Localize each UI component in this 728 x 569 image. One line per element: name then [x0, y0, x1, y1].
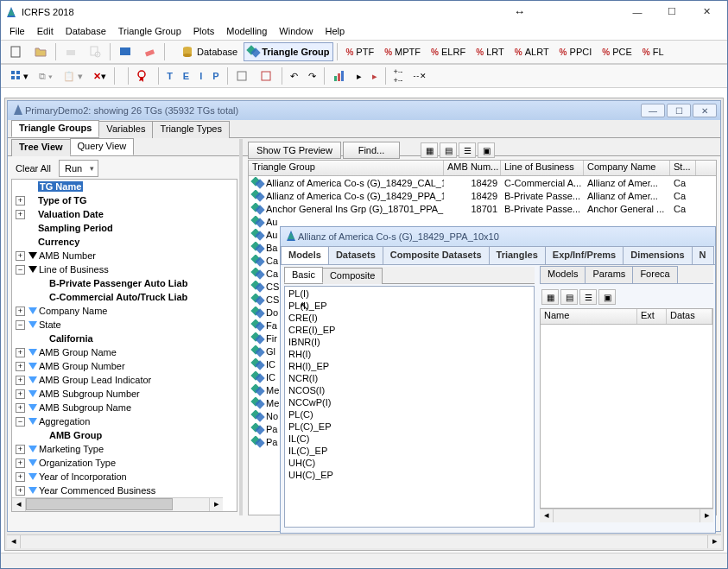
view-tile-icon[interactable]: ▦	[421, 142, 438, 158]
table-row[interactable]: Allianz of America Co-s (G)_18429_CAL_1.…	[249, 176, 716, 189]
expand-icon[interactable]: +	[16, 376, 25, 385]
tb2-pm-icon[interactable]: +·-+·-	[389, 66, 408, 85]
menu-file[interactable]: File	[4, 24, 30, 38]
list-item[interactable]: NCOS(I)	[288, 385, 530, 397]
tb2-i[interactable]: I	[195, 66, 206, 85]
list-item[interactable]: PL(C)	[288, 409, 530, 421]
tree-amb-glead[interactable]: AMB Group Lead Indicator	[39, 375, 151, 385]
collapse-icon[interactable]: −	[16, 417, 25, 427]
tb2-redo-icon[interactable]: ↷	[304, 66, 320, 85]
show-tg-preview-button[interactable]: Show TG Preview	[248, 142, 341, 159]
collapse-icon[interactable]: −	[16, 265, 25, 275]
col-lob[interactable]: Line of Business	[501, 161, 584, 175]
list-item[interactable]: PL(C)_EP	[288, 421, 530, 433]
list-item[interactable]: UH(C)_EP	[288, 470, 530, 482]
mdi-hscroll[interactable]: ◂ ▸	[7, 534, 721, 548]
ptab-dim[interactable]: Dimensions	[623, 246, 692, 264]
tree-val-date[interactable]: Valuation Date	[38, 209, 104, 219]
tb-fl[interactable]: % FL	[638, 42, 668, 61]
tree-state[interactable]: State	[39, 319, 61, 330]
tb2-undo-icon[interactable]: ↶	[286, 66, 302, 85]
tree-yinc[interactable]: Year of Incorporation	[39, 471, 127, 482]
tb-print-icon[interactable]	[60, 42, 82, 61]
tb-alrt[interactable]: % ALRT	[510, 42, 554, 61]
pview-grid-icon[interactable]: ▣	[598, 289, 616, 305]
menu-help[interactable]: Help	[320, 24, 350, 38]
rtab-models[interactable]: Models	[540, 266, 586, 284]
tree-amb-gname[interactable]: AMB Group Name	[39, 347, 117, 357]
pview-list-icon[interactable]: ▤	[560, 289, 578, 305]
tb-pce[interactable]: % PCE	[598, 42, 636, 61]
run-dropdown[interactable]: Run	[59, 160, 98, 177]
tree-type-tg[interactable]: Type of TG	[38, 195, 87, 205]
tb-lrt[interactable]: % LRT	[472, 42, 509, 61]
menu-window[interactable]: Window	[274, 24, 318, 38]
subtab-composite[interactable]: Composite	[322, 268, 383, 284]
model-listbox[interactable]: PL(I)PL(I)_EPCRE(I)CRE(I)_EPIBNR(I)RH(I)…	[284, 286, 535, 528]
tree-tgname[interactable]: TG Name	[38, 181, 83, 192]
tree-mkt[interactable]: Marketing Type	[39, 444, 104, 454]
tb-ptf[interactable]: % PTF	[341, 42, 378, 61]
child-close-button[interactable]: ✕	[693, 104, 717, 117]
tb-new-icon[interactable]	[5, 42, 28, 61]
close-button[interactable]: ✕	[689, 3, 724, 22]
tab-query-view[interactable]: Query View	[70, 138, 135, 155]
list-item[interactable]: CRE(I)	[288, 313, 530, 325]
subtab-basic[interactable]: Basic	[284, 267, 323, 283]
tb2-e[interactable]: E	[179, 66, 193, 85]
list-item[interactable]: CRE(I)_EP	[288, 325, 530, 337]
menu-database[interactable]: Database	[60, 24, 111, 38]
tb-tgroup[interactable]: Triangle Group	[244, 42, 333, 61]
tab-triangle-groups[interactable]: Triangle Groups	[11, 120, 99, 137]
list-item[interactable]: IL(C)_EP	[288, 446, 530, 458]
tree-lob[interactable]: Line of Business	[39, 264, 109, 275]
tb-database[interactable]: Database	[176, 42, 242, 61]
clear-all-button[interactable]: Clear All	[11, 160, 55, 177]
expand-icon[interactable]: +	[16, 389, 25, 399]
tb2-t[interactable]: T	[162, 66, 177, 85]
rcol-datas[interactable]: Datas	[667, 309, 712, 324]
rtab-params[interactable]: Params	[585, 266, 633, 284]
table-row[interactable]: Allianz of America Co-s (G)_18429_PPA_1.…	[249, 189, 716, 202]
rcol-ext[interactable]: Ext	[637, 309, 667, 324]
minimize-button[interactable]: —	[620, 3, 655, 22]
tb-elrf[interactable]: % ELRF	[427, 42, 470, 61]
tree-agg[interactable]: Aggregation	[39, 416, 90, 427]
col-amb[interactable]: AMB Num...	[444, 161, 501, 175]
ptab-more[interactable]: N	[692, 246, 714, 264]
tree-company[interactable]: Company Name	[39, 306, 107, 316]
list-item[interactable]: NCCwP(I)	[288, 397, 530, 409]
expand-icon[interactable]: +	[16, 362, 25, 371]
tree-lob-b[interactable]: B-Private Passenger Auto Liab	[49, 278, 187, 288]
expand-icon[interactable]: +	[16, 251, 25, 261]
find-button[interactable]: Find...	[343, 142, 400, 159]
ptab-exp[interactable]: Exp/Inf/Prems	[545, 246, 624, 264]
tb-eraser-icon[interactable]	[138, 42, 161, 61]
tree-california[interactable]: California	[49, 333, 93, 344]
tree-ycomm[interactable]: Year Commenced Business	[39, 485, 155, 496]
tree-samp-period[interactable]: Sampling Period	[38, 223, 113, 233]
tree-amb-number[interactable]: AMB Number	[39, 250, 96, 261]
list-item[interactable]: UH(C)	[288, 458, 530, 470]
view-grid-icon[interactable]: ▣	[478, 142, 495, 158]
tb-printpreview-icon[interactable]	[84, 42, 106, 61]
tree-org[interactable]: Organization Type	[39, 458, 116, 468]
tb2-arr1-icon[interactable]: ▸	[352, 66, 366, 85]
child-maximize-button[interactable]: ☐	[667, 104, 691, 117]
ptab-models[interactable]: Models	[281, 246, 329, 264]
tree-hscroll[interactable]: ◂ ▸	[12, 497, 223, 511]
expand-icon[interactable]: +	[16, 348, 25, 357]
rtab-foreca[interactable]: Foreca	[632, 266, 677, 284]
ptab-comp-datasets[interactable]: Composite Datasets	[383, 246, 490, 264]
tb-open-icon[interactable]	[29, 42, 52, 61]
list-item[interactable]: RH(I)	[288, 349, 530, 361]
ptab-triangles[interactable]: Triangles	[489, 246, 546, 264]
expand-icon[interactable]: +	[16, 458, 25, 468]
tb2-chart-icon[interactable]	[328, 66, 351, 85]
tb2-paste-icon[interactable]: 📋 ▾	[59, 66, 87, 85]
tb-mptf[interactable]: % MPTF	[380, 42, 425, 61]
list-item[interactable]: PL(I)_EP	[288, 300, 530, 313]
tb2-delete-icon[interactable]: ✕ ▾	[89, 66, 111, 85]
expand-icon[interactable]: +	[16, 210, 25, 219]
panel-title-bar[interactable]: Allianz of America Co-s (G)_18429_PPA_10…	[281, 227, 715, 246]
